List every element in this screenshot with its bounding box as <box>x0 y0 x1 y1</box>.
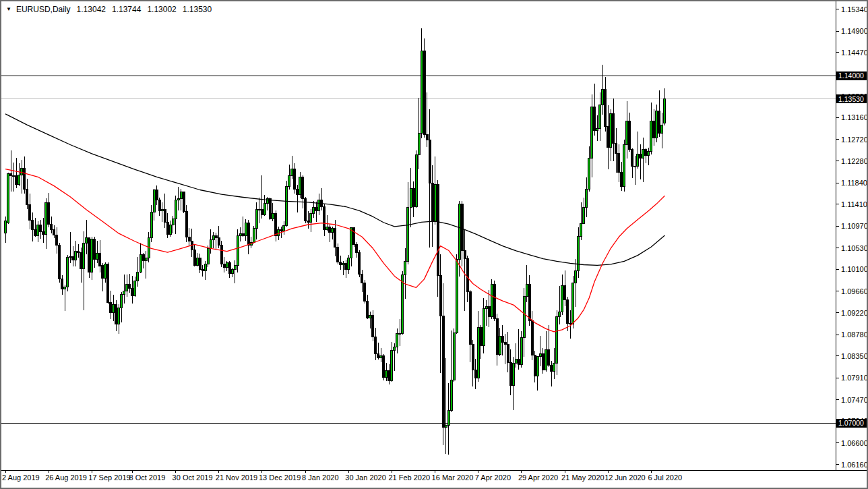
candle <box>96 254 98 260</box>
candle <box>399 333 401 334</box>
candle <box>569 323 571 324</box>
candle <box>383 356 385 378</box>
candle <box>610 114 612 147</box>
candle <box>380 356 382 358</box>
candle <box>34 229 36 235</box>
candle <box>137 272 139 281</box>
candle <box>626 121 628 145</box>
candle <box>253 228 255 242</box>
candle <box>559 312 561 316</box>
candle <box>142 254 144 261</box>
candle <box>204 264 206 270</box>
date-tick-label: 6 Jul 2020 <box>648 473 682 482</box>
candle <box>258 210 260 210</box>
candle <box>145 258 147 260</box>
candle <box>648 151 650 156</box>
date-tick-label: 21 Nov 2019 <box>216 473 257 482</box>
candle <box>534 355 536 376</box>
candle <box>377 353 379 358</box>
candle <box>129 285 131 288</box>
candle <box>396 333 398 347</box>
candle <box>315 208 317 210</box>
candle <box>56 235 58 245</box>
price-tick-label: 1.09220 <box>841 309 867 317</box>
candle <box>348 258 350 269</box>
candle <box>212 236 214 239</box>
collapse-arrow-icon[interactable]: ▼ <box>6 7 11 12</box>
svg-text:1.07000: 1.07000 <box>838 419 864 427</box>
candle <box>115 304 117 324</box>
candle <box>431 183 433 221</box>
candle <box>488 306 490 316</box>
time-scale[interactable]: 2 Aug 201926 Aug 201917 Sep 20198 Oct 20… <box>2 470 682 482</box>
candle <box>499 336 501 354</box>
candle <box>218 237 220 246</box>
candle <box>658 111 660 134</box>
candle <box>104 264 106 278</box>
candle <box>337 247 339 262</box>
price-tick-label: 1.12720 <box>841 136 867 144</box>
candle <box>580 223 582 236</box>
candle <box>466 259 468 292</box>
candle <box>26 190 28 205</box>
candle <box>415 155 417 206</box>
candle <box>423 51 425 135</box>
date-tick-label: 13 Dec 2019 <box>259 473 301 482</box>
candle <box>59 246 61 279</box>
candle <box>520 338 522 365</box>
candle <box>618 153 620 173</box>
candle <box>575 270 577 283</box>
candle <box>220 246 222 264</box>
candle <box>469 292 471 344</box>
candle <box>404 261 406 275</box>
candle <box>548 349 550 366</box>
candle <box>18 175 20 184</box>
horizontal-level-lines[interactable] <box>1 76 836 423</box>
candle <box>629 121 631 150</box>
candle <box>591 107 593 159</box>
quote-close: 1.13530 <box>183 5 212 14</box>
price-chart[interactable]: 1.153401.149001.144701.140301.135901.131… <box>1 1 867 488</box>
price-tick-label: 1.09660 <box>841 287 867 295</box>
candle <box>234 265 236 270</box>
candle <box>313 208 315 214</box>
candle <box>359 252 361 274</box>
candle <box>528 284 530 320</box>
candle <box>21 168 23 175</box>
candle <box>223 264 225 268</box>
candle <box>323 206 326 229</box>
candle <box>531 321 533 355</box>
candle <box>29 205 31 221</box>
candle <box>297 189 299 195</box>
candle <box>572 283 574 324</box>
candle <box>447 411 450 426</box>
axis-frame <box>1 1 867 470</box>
candle <box>556 316 558 364</box>
candle <box>480 327 482 345</box>
candle <box>13 175 15 176</box>
candle <box>10 173 12 175</box>
candle <box>394 347 396 351</box>
price-tick-label: 1.08780 <box>841 330 867 339</box>
date-tick-label: 21 Feb 2020 <box>388 473 430 482</box>
candle <box>615 143 617 153</box>
candle <box>188 237 190 241</box>
date-tick-label: 30 Jan 2020 <box>345 473 386 482</box>
candle <box>564 285 566 299</box>
candle <box>439 276 441 316</box>
candle <box>228 263 230 274</box>
level-price-label: 1.14000 <box>836 71 867 80</box>
candle <box>637 154 639 167</box>
candle <box>239 233 241 235</box>
candle <box>45 203 47 235</box>
chart-title-bar: ▼ EURUSD,Daily 1.13042 1.13744 1.13002 1… <box>6 5 212 14</box>
candle <box>334 228 336 247</box>
candle <box>542 354 544 370</box>
candle <box>121 295 123 308</box>
candle <box>661 125 663 134</box>
candle <box>291 169 293 176</box>
candle <box>5 221 7 233</box>
candle <box>53 229 55 235</box>
candle <box>493 284 495 318</box>
candle <box>631 150 633 166</box>
